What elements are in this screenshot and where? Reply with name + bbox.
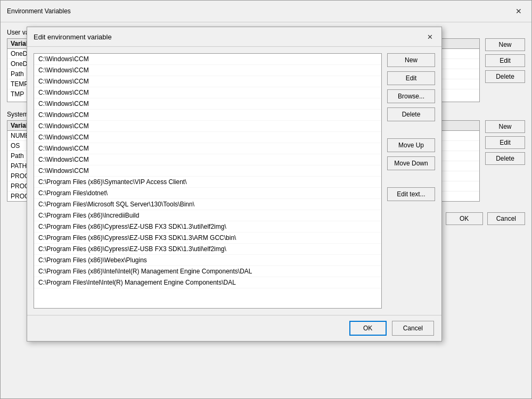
browse-button[interactable]: Browse... (387, 89, 435, 103)
listbox-item[interactable]: C:\Program Files\Microsoft SQL Server\13… (34, 199, 381, 210)
new-button[interactable]: New (387, 53, 435, 67)
sys-action-buttons: New Edit Delete (485, 120, 525, 202)
listbox-item[interactable]: C:\Windows\CCM (34, 76, 381, 87)
env-bg-titlebar: Environment Variables ✕ (1, 1, 531, 22)
listbox-item[interactable]: C:\Windows\CCM (34, 121, 381, 132)
listbox-item[interactable]: C:\Program Files (x86)\Cypress\EZ-USB FX… (34, 244, 381, 255)
sys-delete-button[interactable]: Delete (485, 152, 525, 165)
env-cancel-button[interactable]: Cancel (487, 212, 525, 225)
user-delete-button[interactable]: Delete (485, 70, 525, 83)
user-edit-button[interactable]: Edit (485, 54, 525, 67)
edit-dialog-footer: OK Cancel (27, 315, 441, 341)
listbox-item[interactable]: C:\Windows\CCM (34, 65, 381, 76)
env-ok-button[interactable]: OK (446, 212, 483, 225)
user-action-buttons: New Edit Delete (485, 38, 525, 102)
env-bg-title: Environment Variables (7, 7, 71, 15)
listbox-item[interactable]: C:\Program Files (x86)\Symantec\VIP Acce… (34, 177, 381, 188)
move-up-button[interactable]: Move Up (387, 138, 435, 152)
edit-text-button[interactable]: Edit text... (387, 187, 435, 201)
edit-dialog-action-buttons: New Edit Browse... Delete Move Up Move D… (387, 53, 435, 309)
listbox-item[interactable]: C:\Windows\CCM (34, 110, 381, 121)
sys-edit-button[interactable]: Edit (485, 136, 525, 149)
listbox-item[interactable]: C:\Windows\CCM (34, 54, 381, 65)
listbox-item[interactable]: C:\Windows\CCM (34, 98, 381, 110)
button-spacer (387, 126, 435, 134)
edit-dialog-title: Edit environment variable (34, 33, 112, 41)
listbox-item[interactable]: C:\Windows\CCM (34, 165, 381, 177)
env-path-listbox[interactable]: C:\Windows\CCMC:\Windows\CCMC:\Windows\C… (34, 53, 382, 309)
delete-button[interactable]: Delete (387, 107, 435, 121)
listbox-item[interactable]: C:\Windows\CCM (34, 87, 381, 98)
listbox-item[interactable]: C:\Program Files (x86)\Intel\Intel(R) Ma… (34, 266, 381, 277)
edit-ok-button[interactable]: OK (349, 321, 387, 336)
listbox-item[interactable]: C:\Program Files (x86)\Cypress\EZ-USB FX… (34, 221, 381, 232)
listbox-item[interactable]: C:\Windows\CCM (34, 154, 381, 165)
edit-env-dialog: Edit environment variable ✕ C:\Windows\C… (27, 27, 442, 342)
user-new-button[interactable]: New (485, 38, 525, 51)
listbox-item[interactable]: C:\Program Files\dotnet\ (34, 188, 381, 199)
listbox-item[interactable]: C:\Program Files (x86)\IncrediiBuild (34, 210, 381, 221)
listbox-item[interactable]: C:\Windows\CCM (34, 132, 381, 143)
sys-new-button[interactable]: New (485, 120, 525, 133)
listbox-item[interactable]: C:\Program Files (x86)\Cypress\EZ-USB FX… (34, 232, 381, 244)
listbox-item[interactable]: C:\Program Files (x86)\Webex\Plugins (34, 255, 381, 266)
edit-cancel-button[interactable]: Cancel (392, 321, 434, 336)
button-spacer-2 (387, 174, 435, 183)
listbox-item[interactable]: C:\Program Files\Intel\Intel(R) Manageme… (34, 277, 381, 288)
edit-dialog-close-button[interactable]: ✕ (424, 31, 435, 42)
edit-dialog-titlebar: Edit environment variable ✕ (27, 27, 441, 47)
env-bg-close-button[interactable]: ✕ (512, 6, 525, 16)
edit-button[interactable]: Edit (387, 71, 435, 85)
edit-dialog-body: C:\Windows\CCMC:\Windows\CCMC:\Windows\C… (27, 47, 441, 315)
move-down-button[interactable]: Move Down (387, 156, 435, 170)
listbox-item[interactable]: C:\Windows\CCM (34, 143, 381, 154)
